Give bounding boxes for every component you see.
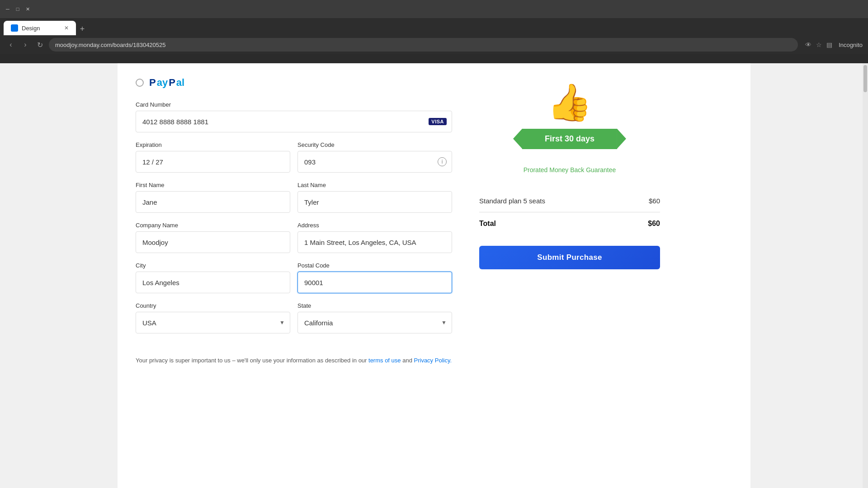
address-input[interactable] [297,231,452,253]
country-select[interactable]: USA Canada UK Australia [136,312,290,333]
paypal-radio[interactable] [136,79,144,87]
card-number-wrapper: VISA [136,111,452,132]
scrollbar[interactable] [863,63,868,488]
active-tab[interactable]: Design ✕ [4,21,76,35]
state-group: State California New York Texas Florida … [297,302,452,333]
minimize-button[interactable]: ─ [4,5,12,13]
tab-close-button[interactable]: ✕ [64,25,69,31]
card-number-label: Card Number [136,101,452,108]
plan-row: Standard plan 5 seats $60 [479,192,660,210]
forward-button[interactable]: › [20,39,31,50]
total-label: Total [479,220,496,228]
card-number-input[interactable] [136,111,452,132]
country-group: Country USA Canada UK Australia ▼ [136,302,290,333]
country-state-row: Country USA Canada UK Australia ▼ State [136,302,452,343]
total-row: Total $60 [479,212,660,235]
postal-code-group: Postal Code [297,262,452,293]
first-name-label: First Name [136,182,290,188]
paypal-header: PayPal [136,77,452,89]
expiration-group: Expiration [136,141,290,173]
terms-of-use-link[interactable]: terms of use [368,357,401,364]
plan-price: $60 [649,197,660,205]
card-number-group: Card Number VISA [136,101,452,132]
sidebar-icon[interactable]: ▤ [826,41,832,48]
guarantee-image: 👍 First 30 days [502,81,637,163]
city-postal-row: City Postal Code [136,262,452,302]
paypal-logo: PayPal [149,77,184,89]
company-address-row: Company Name Address [136,222,452,262]
url-text: moodjoy.monday.com/boards/1830420525 [55,42,166,48]
paypal-logo-p1: P [149,77,156,89]
privacy-text: Your privacy is super important to us – … [136,356,452,366]
window-controls[interactable]: ─ □ ✕ [4,5,32,13]
scrollbar-thumb[interactable] [863,65,867,92]
submit-purchase-button[interactable]: Submit Purchase [479,246,660,269]
info-icon[interactable]: i [438,157,447,166]
privacy-text-main: Your privacy is super important to us – … [136,357,368,364]
first-name-input[interactable] [136,191,290,213]
postal-code-label: Postal Code [297,262,452,269]
paypal-logo-p3: P [169,77,175,89]
last-name-group: Last Name [297,182,452,213]
total-price: $60 [648,220,660,228]
maximize-button[interactable]: □ [14,5,22,13]
name-row: First Name Last Name [136,182,452,222]
state-select[interactable]: California New York Texas Florida [297,312,452,333]
visa-badge: VISA [429,118,447,125]
browser-chrome: ─ □ ✕ Design ✕ + ‹ › ↻ moodjoy.monday.co… [0,0,868,63]
privacy-policy-link[interactable]: Privacy Policy. [414,357,452,364]
country-label: Country [136,302,290,309]
browser-titlebar: ─ □ ✕ [0,0,868,18]
expiration-label: Expiration [136,141,290,148]
paypal-logo-p4: al [176,77,184,89]
address-label: Address [297,222,452,229]
state-label: State [297,302,452,309]
tab-title: Design [22,25,40,32]
page-content: PayPal Card Number VISA Expiration Secur… [0,63,868,488]
new-tab-button[interactable]: + [76,23,89,35]
country-select-wrapper: USA Canada UK Australia ▼ [136,312,290,333]
guarantee-banner: 👍 First 30 days Prorated Money Back Guar… [479,81,660,174]
security-code-wrapper: i [297,151,452,173]
paypal-logo-p2: ay [157,77,168,89]
refresh-button[interactable]: ↻ [34,39,45,50]
thumbs-up-icon: 👍 [547,81,592,124]
city-input[interactable] [136,272,290,293]
order-summary-section: 👍 First 30 days Prorated Money Back Guar… [479,72,660,470]
expiration-input[interactable] [136,151,290,173]
security-code-group: Security Code i [297,141,452,173]
close-button[interactable]: ✕ [24,5,32,13]
city-label: City [136,262,290,269]
visibility-off-icon: 👁 [805,41,811,48]
guarantee-ribbon: First 30 days [522,129,617,149]
incognito-label: Incognito [839,42,863,48]
guarantee-text: Prorated Money Back Guarantee [479,166,660,174]
back-button[interactable]: ‹ [5,39,16,50]
address-bar-row: ‹ › ↻ moodjoy.monday.com/boards/18304205… [0,35,868,54]
guarantee-days: First 30 days [545,134,594,143]
company-name-input[interactable] [136,231,290,253]
first-name-group: First Name [136,182,290,213]
address-group: Address [297,222,452,253]
expiry-security-row: Expiration Security Code i [136,141,452,182]
plan-label: Standard plan 5 seats [479,197,545,205]
address-bar[interactable]: moodjoy.monday.com/boards/1830420525 [49,38,798,52]
company-name-group: Company Name [136,222,290,253]
security-code-input[interactable] [297,151,452,173]
payment-card: PayPal Card Number VISA Expiration Secur… [118,63,750,488]
postal-code-input[interactable] [297,272,452,293]
star-icon[interactable]: ☆ [816,41,822,48]
tab-favicon [11,24,18,32]
company-name-label: Company Name [136,222,290,229]
payment-form-section: PayPal Card Number VISA Expiration Secur… [136,72,452,470]
address-bar-icons: 👁 ☆ ▤ Incognito [805,41,863,48]
privacy-and-text: and [402,357,414,364]
state-select-wrapper: California New York Texas Florida ▼ [297,312,452,333]
last-name-input[interactable] [297,191,452,213]
tab-bar: Design ✕ + [0,18,868,35]
city-group: City [136,262,290,293]
last-name-label: Last Name [297,182,452,188]
security-code-label: Security Code [297,141,452,148]
